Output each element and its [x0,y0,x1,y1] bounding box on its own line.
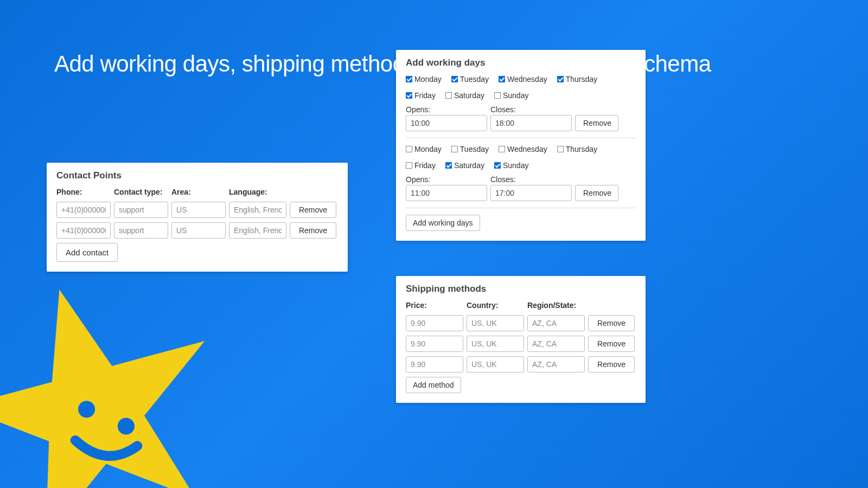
checkbox-icon [451,76,458,82]
day-thursday[interactable]: Thursday [557,75,597,84]
region-input[interactable] [527,336,585,352]
opens-label: Opens: [406,175,487,184]
checkbox-icon [406,146,412,152]
add-working-days-button[interactable]: Add working days [406,215,480,231]
day-thursday[interactable]: Thursday [557,145,597,153]
working-days-panel: Add working days Monday Tuesday Wednesda… [396,50,646,241]
opens-input[interactable] [406,115,487,131]
region-input[interactable] [527,356,585,373]
phone-label: Phone: [56,188,111,196]
remove-contact-button[interactable]: Remove [290,202,336,218]
star-graphic [0,271,233,488]
checkbox-icon [499,146,505,152]
checkbox-icon [445,162,452,169]
closes-label: Closes: [490,175,572,184]
day-wednesday[interactable]: Wednesday [499,75,547,84]
country-label: Country: [467,301,524,310]
contact-type-input[interactable] [114,222,168,239]
day-friday[interactable]: Friday [406,91,436,100]
area-label: Area: [171,188,226,196]
shipping-row: Remove [406,356,636,373]
day-sunday[interactable]: Sunday [494,91,528,100]
checkbox-icon [406,92,412,99]
svg-point-2 [118,418,135,434]
closes-label: Closes: [490,105,572,114]
divider [406,208,636,208]
remove-workdays-button[interactable]: Remove [575,115,618,131]
area-input[interactable] [171,202,226,218]
opens-label: Opens: [406,105,487,114]
remove-shipping-button[interactable]: Remove [588,315,635,331]
add-shipping-button[interactable]: Add method [406,377,461,393]
contact-type-input[interactable] [114,202,168,218]
day-tuesday[interactable]: Tuesday [451,75,489,84]
language-input[interactable] [229,222,286,239]
checkbox-icon [451,146,458,152]
price-input[interactable] [406,356,463,373]
checkbox-icon [494,162,501,169]
price-input[interactable] [406,315,463,331]
language-input[interactable] [229,202,286,218]
shipping-methods-title: Shipping methods [406,284,636,294]
shipping-row: Remove [406,336,636,352]
closes-input[interactable] [490,185,572,201]
contact-type-label: Contact type: [114,188,168,196]
checkbox-icon [445,92,452,99]
day-monday[interactable]: Monday [406,75,442,84]
day-saturday[interactable]: Saturday [445,161,484,170]
country-input[interactable] [467,356,524,373]
shipping-row: Remove [406,315,636,331]
shipping-methods-panel: Shipping methods Price: Country: Region/… [396,276,646,403]
checkbox-icon [499,76,505,82]
day-monday[interactable]: Monday [406,145,442,153]
remove-shipping-button[interactable]: Remove [588,336,635,352]
checkbox-icon [406,76,412,82]
svg-point-1 [78,401,95,418]
price-input[interactable] [406,336,463,352]
price-label: Price: [406,301,463,310]
checkbox-icon [494,92,501,99]
days-row: Monday Tuesday Wednesday Thursday Friday… [406,75,636,100]
phone-input[interactable] [56,202,111,218]
add-contact-button[interactable]: Add contact [56,243,118,262]
opens-input[interactable] [406,185,487,201]
checkbox-icon [406,162,412,169]
day-sunday[interactable]: Sunday [494,161,528,170]
contact-row: Remove [56,222,338,239]
remove-contact-button[interactable]: Remove [290,222,336,239]
working-days-title: Add working days [406,57,636,68]
day-tuesday[interactable]: Tuesday [451,145,489,153]
contact-row: Remove [56,202,338,218]
checkbox-icon [557,76,564,82]
remove-shipping-button[interactable]: Remove [588,356,635,373]
phone-input[interactable] [56,222,111,239]
days-row: Monday Tuesday Wednesday Thursday Friday… [406,145,636,170]
region-label: Region/State: [527,301,585,310]
closes-input[interactable] [490,115,572,131]
checkbox-icon [557,146,564,152]
remove-workdays-button[interactable]: Remove [575,185,618,201]
divider [406,138,636,138]
day-wednesday[interactable]: Wednesday [499,145,547,153]
contact-points-panel: Contact Points Phone: Contact type: Area… [47,163,348,272]
country-input[interactable] [467,336,524,352]
contact-points-title: Contact Points [56,170,338,181]
day-saturday[interactable]: Saturday [445,91,484,100]
area-input[interactable] [171,222,226,239]
day-friday[interactable]: Friday [406,161,436,170]
language-label: Language: [229,188,286,196]
country-input[interactable] [467,315,524,331]
region-input[interactable] [527,315,585,331]
